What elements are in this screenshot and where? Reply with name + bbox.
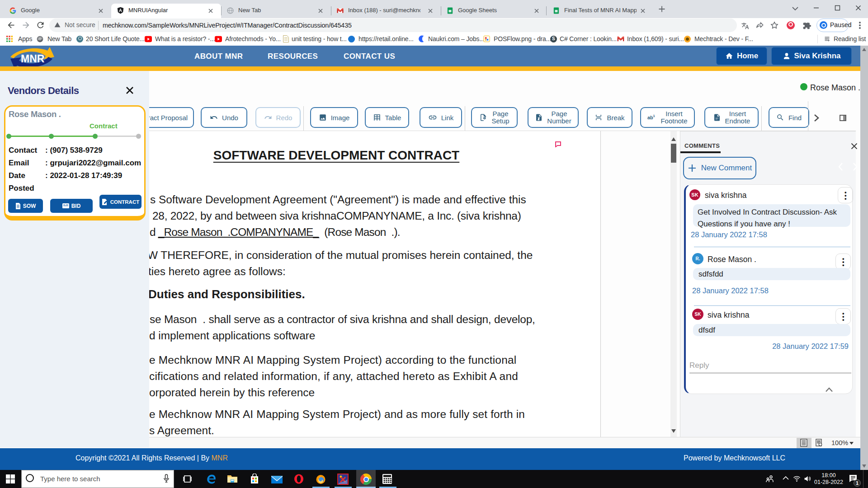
svg-text:MNR: MNR bbox=[21, 53, 45, 65]
svg-text:ab: ab bbox=[647, 115, 653, 120]
svg-text:1: 1 bbox=[653, 114, 655, 118]
